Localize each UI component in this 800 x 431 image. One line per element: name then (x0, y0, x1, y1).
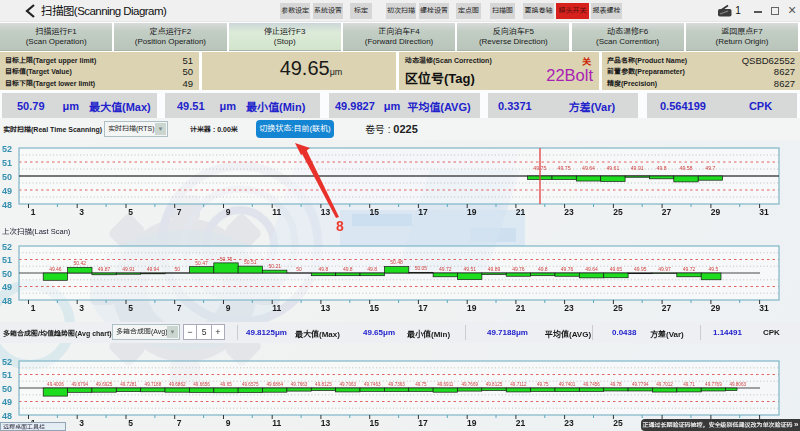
svg-text:50.21: 50.21 (268, 263, 281, 269)
svg-text:49.8: 49.8 (343, 266, 353, 272)
svg-text:48: 48 (2, 200, 12, 210)
svg-text:49: 49 (2, 282, 12, 292)
svg-text:49.51: 49.51 (463, 266, 476, 272)
svg-text:49.91: 49.91 (122, 266, 135, 272)
svg-text:49.7401: 49.7401 (559, 382, 576, 387)
svg-text:29: 29 (711, 207, 721, 217)
svg-text:11: 11 (272, 418, 281, 428)
svg-text:50.75: 50.75 (220, 256, 233, 262)
svg-text:49.6864: 49.6864 (266, 382, 283, 387)
svg-text:49.75: 49.75 (558, 165, 571, 171)
svg-text:1: 1 (31, 303, 36, 313)
svg-text:50.42: 50.42 (73, 260, 86, 266)
svg-text:5: 5 (128, 303, 133, 313)
svg-text:5: 5 (128, 418, 133, 428)
svg-text:21: 21 (516, 418, 526, 428)
svg-text:49.91: 49.91 (631, 165, 644, 171)
svg-text:49.64: 49.64 (585, 266, 598, 272)
svg-text:49.76: 49.76 (561, 266, 574, 272)
svg-text:49.71: 49.71 (683, 382, 695, 387)
svg-text:7: 7 (177, 207, 182, 217)
svg-text:50.51: 50.51 (244, 259, 257, 265)
svg-text:48: 48 (2, 411, 12, 421)
svg-text:52: 52 (2, 144, 12, 154)
svg-text:49.46: 49.46 (49, 266, 62, 272)
svg-text:11: 11 (272, 207, 281, 217)
svg-text:25: 25 (613, 303, 623, 313)
svg-text:49.8: 49.8 (367, 266, 377, 272)
svg-text:17: 17 (418, 418, 428, 428)
svg-text:27: 27 (662, 207, 672, 217)
svg-text:13: 13 (321, 418, 331, 428)
svg-text:49.87: 49.87 (98, 266, 111, 272)
svg-text:49.7188: 49.7188 (145, 382, 162, 387)
svg-text:50: 50 (2, 269, 12, 279)
svg-text:50: 50 (2, 172, 12, 182)
svg-text:49.7112: 49.7112 (510, 382, 527, 387)
svg-text:49.94: 49.94 (147, 266, 160, 272)
svg-text:49.61: 49.61 (606, 165, 619, 171)
svg-text:49.7769: 49.7769 (705, 382, 722, 387)
svg-text:51: 51 (2, 255, 12, 265)
svg-text:49.95: 49.95 (634, 266, 647, 272)
svg-text:3: 3 (79, 303, 84, 313)
svg-text:49.6925: 49.6925 (96, 382, 113, 387)
svg-text:49.5: 49.5 (709, 266, 719, 272)
svg-text:49.6575: 49.6575 (242, 382, 259, 387)
svg-text:17: 17 (418, 207, 428, 217)
svg-text:29: 29 (711, 303, 721, 313)
svg-text:9: 9 (226, 303, 231, 313)
svg-text:23: 23 (564, 207, 574, 217)
svg-text:19: 19 (467, 207, 477, 217)
svg-text:31: 31 (759, 207, 769, 217)
svg-text:49.7281: 49.7281 (120, 382, 137, 387)
svg-text:3: 3 (79, 418, 84, 428)
svg-text:52: 52 (2, 357, 12, 367)
svg-text:25: 25 (613, 418, 623, 428)
svg-text:49.65: 49.65 (610, 266, 623, 272)
svg-text:49.8125: 49.8125 (315, 382, 332, 387)
svg-text:49.72: 49.72 (439, 266, 452, 272)
svg-text:1: 1 (31, 207, 36, 217)
svg-text:21: 21 (516, 303, 526, 313)
svg-text:19: 19 (467, 303, 477, 313)
svg-text:49: 49 (2, 397, 12, 407)
svg-text:51: 51 (2, 158, 12, 168)
svg-text:49.8125: 49.8125 (486, 382, 503, 387)
svg-text:50.48: 50.48 (390, 259, 403, 265)
svg-text:49.76: 49.76 (512, 266, 525, 272)
svg-text:49.6656: 49.6656 (193, 382, 210, 387)
svg-text:15: 15 (369, 418, 379, 428)
svg-text:49.7363: 49.7363 (388, 382, 405, 387)
svg-text:17: 17 (418, 303, 428, 313)
svg-text:11: 11 (272, 303, 281, 313)
svg-text:49.6794: 49.6794 (71, 382, 88, 387)
svg-text:49.7794: 49.7794 (632, 382, 649, 387)
svg-text:49.89: 49.89 (488, 266, 501, 272)
svg-text:51: 51 (2, 370, 12, 380)
svg-text:49.65: 49.65 (220, 382, 232, 387)
svg-text:49.75: 49.75 (415, 382, 427, 387)
svg-text:50.47: 50.47 (195, 260, 208, 266)
svg-text:31: 31 (759, 303, 769, 313)
svg-text:23: 23 (564, 418, 574, 428)
svg-text:50: 50 (296, 266, 302, 272)
svg-text:49: 49 (2, 186, 12, 196)
svg-text:49.7456: 49.7456 (583, 382, 600, 387)
svg-text:49.7012: 49.7012 (656, 382, 673, 387)
svg-text:3: 3 (79, 207, 84, 217)
svg-text:23: 23 (564, 303, 574, 313)
svg-text:49.64: 49.64 (582, 165, 595, 171)
svg-text:25: 25 (613, 207, 623, 217)
svg-text:7: 7 (177, 303, 182, 313)
svg-text:50.05: 50.05 (415, 265, 428, 271)
svg-text:9: 9 (226, 418, 231, 428)
svg-text:49.8: 49.8 (538, 266, 548, 272)
svg-text:7: 7 (177, 418, 182, 428)
svg-text:50: 50 (2, 384, 12, 394)
svg-text:15: 15 (369, 303, 379, 313)
svg-text:49.8063: 49.8063 (729, 382, 746, 387)
svg-text:49.6911: 49.6911 (437, 382, 454, 387)
svg-text:50: 50 (174, 266, 180, 272)
svg-text:52: 52 (2, 242, 12, 252)
